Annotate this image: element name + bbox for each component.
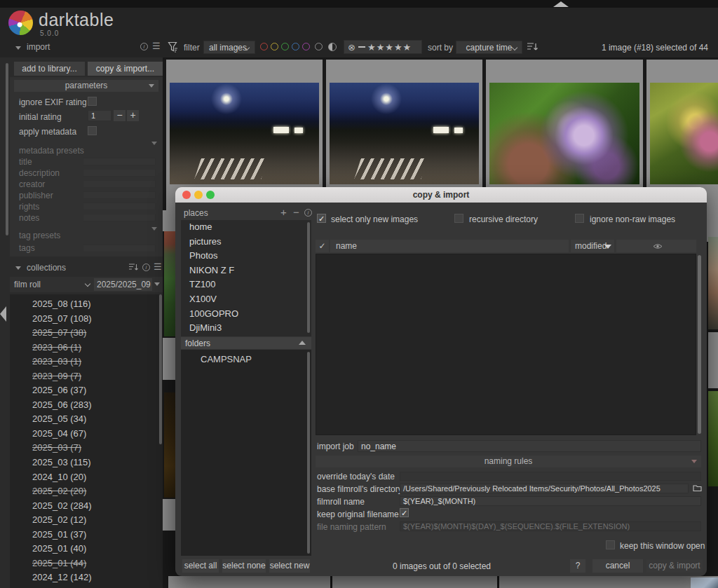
filmroll-item[interactable]: 2023_09 (7): [10, 369, 163, 384]
cancel-button[interactable]: cancel: [592, 559, 643, 573]
filmroll-item[interactable]: 2025_01 (40): [10, 542, 163, 556]
places-info-icon[interactable]: i: [304, 209, 312, 217]
filmroll-item[interactable]: 2025_03 (115): [10, 456, 163, 470]
stars-icon[interactable]: ★★★★★: [367, 42, 412, 53]
place-item[interactable]: TZ100: [181, 278, 311, 292]
add-to-library-button[interactable]: add to library...: [14, 62, 85, 76]
filmroll-item[interactable]: 2025_02 (12): [10, 513, 163, 528]
base-dir-input[interactable]: /Users/Shared/Previously Relocated Items…: [400, 484, 689, 493]
collections-collapse-icon[interactable]: [15, 266, 21, 270]
naming-pattern-input[interactable]: $(YEAR)$(MONTH)$(DAY)_$(SEQUENCE).$(FILE…: [400, 521, 701, 531]
place-item[interactable]: X100V: [181, 292, 311, 307]
filmroll-item[interactable]: 2025_02 (20): [10, 484, 163, 499]
file-list[interactable]: [316, 254, 696, 435]
thumbnail-sliver-garden[interactable]: [164, 231, 175, 336]
select-new-button[interactable]: select new: [269, 559, 310, 573]
metadata-field-input[interactable]: [83, 214, 156, 221]
file-name-column-header[interactable]: name: [330, 240, 569, 252]
collections-section-title[interactable]: collections: [27, 263, 66, 273]
place-item[interactable]: Photos: [181, 249, 311, 264]
collections-sort-icon[interactable]: [128, 263, 138, 272]
import-section-title[interactable]: import: [27, 42, 50, 52]
metadata-field-input[interactable]: [83, 158, 156, 165]
place-item[interactable]: 100GOPRO: [181, 307, 311, 322]
thumbnail-sliver-portrait[interactable]: [708, 237, 718, 329]
keep-filename-checkbox[interactable]: ✓: [400, 508, 409, 517]
places-scrollbar[interactable]: [307, 222, 310, 333]
filmroll-item[interactable]: 2025_03 (7): [10, 441, 163, 456]
parameters-header[interactable]: parameters: [14, 80, 158, 92]
file-modified-column-header[interactable]: modified: [571, 240, 614, 252]
rating-decrease-button[interactable]: −: [114, 110, 126, 121]
ignore-exif-checkbox[interactable]: [88, 97, 97, 106]
thumbnail-night-street-1[interactable]: [170, 83, 319, 184]
place-item[interactable]: pictures: [181, 235, 311, 249]
thumbnail-night-street-2[interactable]: [330, 83, 479, 184]
metadata-presets-chevron-icon[interactable]: [151, 142, 157, 145]
select-none-button[interactable]: select none: [222, 559, 266, 573]
add-place-button[interactable]: +: [280, 206, 287, 218]
filmroll-item[interactable]: 2025_01 (44): [10, 556, 163, 571]
collections-scrollbar[interactable]: [159, 294, 162, 444]
filter-dropdown[interactable]: all images: [203, 41, 255, 54]
collections-presets-icon[interactable]: ☰: [154, 261, 162, 272]
folder-item[interactable]: CAMPSNAP: [181, 353, 311, 367]
dialog-titlebar[interactable]: copy & import: [175, 187, 707, 203]
folders-scrollbar[interactable]: [307, 352, 310, 554]
thumbnail-flower-2[interactable]: [650, 83, 718, 184]
import-collapse-icon[interactable]: [15, 46, 21, 50]
folder-picker-icon[interactable]: [693, 484, 702, 492]
rating-increase-button[interactable]: +: [127, 110, 139, 121]
filmroll-item[interactable]: 2025_07 (108): [10, 312, 163, 327]
file-list-scrollbar[interactable]: [698, 255, 701, 434]
reject-icon[interactable]: ⊗: [348, 42, 356, 53]
folders-header-bar[interactable]: folders: [181, 337, 311, 349]
color-label-toggle-icon[interactable]: [328, 43, 337, 51]
metadata-field-input[interactable]: [83, 169, 156, 177]
copy-import-button[interactable]: copy & import...: [88, 62, 163, 76]
thumbnail-flower-1[interactable]: [489, 83, 639, 184]
import-job-input[interactable]: no_name: [358, 440, 701, 452]
color-label-purple[interactable]: [302, 43, 310, 50]
apply-metadata-checkbox[interactable]: [88, 126, 97, 135]
thumbnail-sliver-dark[interactable]: [164, 392, 175, 498]
color-label-gray[interactable]: [315, 43, 323, 50]
file-thumbs-column-header[interactable]: [616, 240, 696, 252]
ignore-non-raw-checkbox[interactable]: [575, 214, 584, 223]
metadata-field-input[interactable]: [83, 191, 156, 199]
recursive-directory-checkbox[interactable]: [454, 214, 463, 223]
color-label-blue[interactable]: [292, 43, 299, 50]
confirm-copy-import-button[interactable]: copy & import: [646, 559, 703, 573]
color-label-green[interactable]: [281, 43, 289, 50]
place-item[interactable]: NIKON Z F: [181, 264, 311, 278]
filmroll-item[interactable]: 2025_05 (34): [10, 412, 163, 427]
filmroll-item[interactable]: 2025_04 (67): [10, 427, 163, 442]
filmroll-item[interactable]: 2025_02 (284): [10, 499, 163, 514]
filmroll-item[interactable]: 2025_08 (116): [10, 297, 163, 312]
place-item[interactable]: home: [181, 220, 311, 235]
select-all-button[interactable]: select all: [182, 559, 219, 573]
filmroll-item[interactable]: 2025_01 (37): [10, 528, 163, 542]
filmroll-name-input[interactable]: $(YEAR)_$(MONTH): [400, 496, 701, 506]
tags-input[interactable]: [83, 245, 156, 252]
collection-filter-value[interactable]: 2025/2025_09: [94, 278, 152, 291]
import-info-icon[interactable]: i: [140, 43, 148, 50]
initial-rating-input[interactable]: 1: [88, 110, 111, 121]
filmroll-item[interactable]: 2023_06 (1): [10, 341, 163, 355]
filmroll-item[interactable]: 2024_12 (142): [10, 570, 163, 585]
collections-info-icon[interactable]: i: [142, 264, 150, 271]
zero-star-icon[interactable]: [358, 46, 365, 48]
metadata-field-input[interactable]: [83, 180, 156, 188]
import-presets-icon[interactable]: ☰: [152, 41, 161, 51]
keep-window-open-checkbox[interactable]: [606, 540, 615, 549]
sort-order-icon[interactable]: [527, 42, 538, 52]
help-button[interactable]: ?: [570, 559, 585, 573]
filmroll-item[interactable]: 2024_10 (20): [10, 470, 163, 485]
metadata-field-input[interactable]: [83, 203, 156, 210]
naming-rules-header[interactable]: naming rules: [316, 456, 701, 467]
collapse-left-panel-arrow-icon[interactable]: [0, 306, 6, 322]
tag-presets-chevron-icon[interactable]: [151, 227, 157, 231]
filmroll-item[interactable]: 2025_06 (37): [10, 383, 163, 398]
collapse-top-panel-arrow-icon[interactable]: [553, 1, 569, 7]
left-panel-scrollbar[interactable]: [6, 63, 8, 235]
